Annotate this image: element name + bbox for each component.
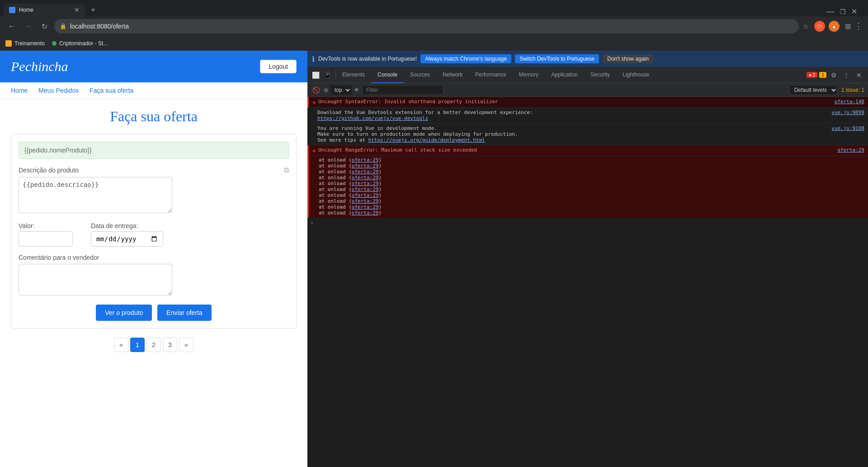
page-1-button[interactable]: 1 bbox=[130, 338, 145, 352]
form-card: {{pedido.nomeProduto}} Descrição do prod… bbox=[11, 134, 297, 329]
bookmark-icon[interactable]: ☆ bbox=[802, 22, 809, 31]
description-label: Descrição do produto bbox=[19, 167, 79, 174]
range-error-message: Uncaught RangeError: Maximum call stack … bbox=[318, 147, 835, 153]
vue-location-1[interactable]: vue.js:9099 bbox=[831, 110, 864, 115]
stack-link-6[interactable]: oferta:29 bbox=[352, 186, 379, 192]
tab-elements[interactable]: Elements bbox=[336, 67, 371, 83]
tab-application[interactable]: Application bbox=[545, 67, 584, 83]
tab-security[interactable]: Security bbox=[584, 67, 616, 83]
url-text[interactable]: localhost:8080/oferta bbox=[70, 23, 129, 30]
console-entry-range-error: ● Uncaught RangeError: Maximum call stac… bbox=[307, 145, 868, 218]
stack-trace: at onload (oferta:29) at onload (oferta:… bbox=[309, 156, 868, 218]
bookmark-label: Treinamento bbox=[14, 40, 45, 47]
stack-link-1[interactable]: oferta:29 bbox=[352, 157, 379, 163]
logout-button[interactable]: Logout bbox=[260, 60, 297, 73]
error-message: Uncaught SyntaxError: Invalid shorthand … bbox=[318, 99, 832, 105]
comment-label: Comentário para o vendedor bbox=[19, 254, 289, 261]
tab-performance[interactable]: Performance bbox=[469, 67, 513, 83]
vue-devtools-link[interactable]: https://github.com/vuejs/vue-devtools bbox=[317, 115, 428, 121]
stack-link-8[interactable]: oferta:29 bbox=[352, 198, 379, 204]
close-icon[interactable]: ✕ bbox=[851, 7, 857, 16]
vue-location-2[interactable]: vue.js:9108 bbox=[831, 125, 864, 131]
console-filter-input[interactable] bbox=[362, 85, 443, 95]
address-bar[interactable]: 🔒 localhost:8080/oferta bbox=[54, 19, 799, 33]
browser-chrome: Home ✕ + — ❐ ✕ ← → ↻ 🔒 localhost:8080/of… bbox=[0, 0, 868, 36]
description-section: Descrição do produto ⧉ {{pedido.descrica… bbox=[19, 166, 289, 215]
stack-link-7[interactable]: oferta:29 bbox=[352, 192, 379, 198]
stack-link-2[interactable]: oferta:29 bbox=[352, 163, 379, 169]
valor-input[interactable] bbox=[19, 231, 73, 247]
main-area: Pechincha Logout Home Meus Pedidos Faça … bbox=[0, 51, 868, 467]
new-tab-button[interactable]: + bbox=[87, 4, 99, 16]
tab-label: Home bbox=[19, 7, 71, 13]
refresh-button[interactable]: ↻ bbox=[38, 20, 51, 33]
tab-console[interactable]: Console bbox=[371, 67, 404, 83]
dont-show-again-button[interactable]: Don't show again bbox=[603, 54, 653, 63]
ver-produto-button[interactable]: Ver o produto bbox=[96, 305, 152, 321]
filter-icon[interactable]: ⊘ bbox=[324, 87, 328, 93]
minimize-icon[interactable]: — bbox=[826, 7, 835, 16]
tab-close-icon[interactable]: ✕ bbox=[74, 6, 80, 14]
brave-shield[interactable]: 🛡 bbox=[814, 21, 825, 32]
copy-icon[interactable]: ⧉ bbox=[284, 166, 289, 174]
devtools-settings-icon[interactable]: ⚙ bbox=[828, 70, 839, 81]
info-icon: ℹ bbox=[312, 55, 315, 63]
page-2-button[interactable]: 2 bbox=[146, 338, 161, 352]
vue-dev-mode-text: You are running Vue in development mode. bbox=[317, 125, 437, 131]
banner-info-text: DevTools is now available in Portuguese! bbox=[318, 56, 417, 62]
tab-memory[interactable]: Memory bbox=[513, 67, 545, 83]
stack-link-9[interactable]: oferta:29 bbox=[352, 204, 379, 210]
tab-network[interactable]: Network bbox=[436, 67, 469, 83]
lock-icon: 🔒 bbox=[60, 23, 66, 29]
console-output: ● Uncaught SyntaxError: Invalid shorthan… bbox=[307, 97, 868, 467]
form-row: Valor: Data de entrega: bbox=[19, 222, 289, 247]
nav-oferta[interactable]: Faça sua oferta bbox=[90, 87, 133, 94]
warning-count-badge: 1 bbox=[819, 72, 826, 78]
forward-button[interactable]: → bbox=[22, 20, 34, 33]
stack-link-3[interactable]: oferta:29 bbox=[352, 169, 379, 175]
nav-bar: ← → ↻ 🔒 localhost:8080/oferta ☆ 🛡 ▲ ⊞ ⋮ bbox=[0, 16, 868, 36]
devtools-more-icon[interactable]: ⋮ bbox=[841, 70, 852, 81]
eye-icon[interactable]: 👁 bbox=[354, 87, 359, 93]
restore-icon[interactable]: ❐ bbox=[840, 8, 846, 15]
brave-rewards[interactable]: ▲ bbox=[829, 21, 840, 32]
devtools-close-icon[interactable]: ✕ bbox=[854, 70, 864, 81]
switch-devtools-button[interactable]: Switch DevTools to Portuguese bbox=[515, 54, 599, 63]
nav-pedidos[interactable]: Meus Pedidos bbox=[38, 87, 79, 94]
stack-link-4[interactable]: oferta:29 bbox=[352, 175, 379, 181]
stack-link-5[interactable]: oferta:29 bbox=[352, 181, 379, 186]
tab-bar: Home ✕ + — ❐ ✕ bbox=[0, 0, 868, 16]
bookmark-treinamento[interactable]: Treinamento bbox=[5, 40, 45, 47]
vue-devtools-text: Download the Vue Devtools extension for … bbox=[317, 110, 533, 115]
log-levels-selector[interactable]: Default levels bbox=[789, 85, 838, 95]
nav-home[interactable]: Home bbox=[11, 87, 28, 94]
console-toolbar: 🚫 ⊘ top 👁 Default levels 1 issue: 1 bbox=[307, 83, 868, 97]
match-language-button[interactable]: Always match Chrome's language bbox=[420, 54, 511, 63]
settings-icon[interactable]: ⋮ bbox=[854, 21, 863, 31]
tab-sources[interactable]: Sources bbox=[404, 67, 436, 83]
valor-label: Valor: bbox=[19, 222, 73, 229]
entrega-input[interactable] bbox=[91, 231, 163, 247]
device-icon[interactable]: 📱 bbox=[322, 70, 333, 81]
bookmark-criptominador[interactable]: Criptominador - St... bbox=[52, 40, 108, 47]
inspect-icon[interactable]: ⬜ bbox=[310, 70, 321, 81]
stack-link-10[interactable]: oferta:29 bbox=[352, 210, 379, 216]
prev-page-button[interactable]: « bbox=[114, 338, 128, 352]
page-3-button[interactable]: 3 bbox=[163, 338, 177, 352]
description-textarea[interactable]: {{pedido.descricao}} bbox=[19, 177, 172, 213]
range-error-location[interactable]: oferta:29 bbox=[837, 147, 864, 153]
comment-textarea[interactable] bbox=[19, 264, 172, 295]
back-button[interactable]: ← bbox=[5, 20, 18, 33]
extensions-icon[interactable]: ⊞ bbox=[845, 22, 851, 31]
enviar-oferta-button[interactable]: Enviar oferta bbox=[157, 305, 211, 321]
context-selector[interactable]: top bbox=[331, 86, 351, 95]
console-entry-vue-dev-mode: You are running Vue in development mode.… bbox=[307, 124, 868, 145]
error-location[interactable]: oferta:148 bbox=[835, 99, 864, 105]
active-tab[interactable]: Home ✕ bbox=[4, 4, 85, 16]
pagination: « 1 2 3 » bbox=[11, 338, 297, 352]
clear-console-icon[interactable]: 🚫 bbox=[311, 85, 321, 95]
vue-deploy-link[interactable]: https://vuejs.org/guide/deployment.html bbox=[368, 137, 485, 143]
devtools-banner: ℹ DevTools is now available in Portugues… bbox=[307, 51, 868, 67]
tab-lighthouse[interactable]: Lighthouse bbox=[616, 67, 656, 83]
next-page-button[interactable]: » bbox=[179, 338, 193, 352]
